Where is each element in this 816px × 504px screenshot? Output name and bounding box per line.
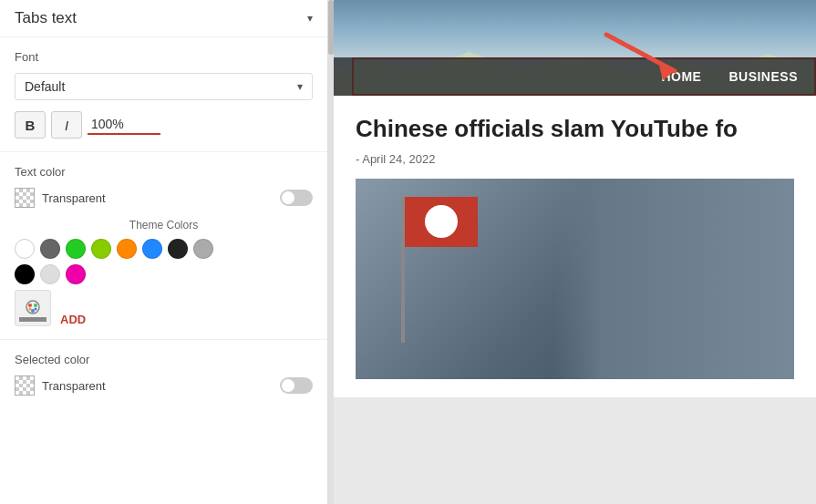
font-size-input[interactable] bbox=[88, 115, 160, 135]
add-button[interactable]: ADD bbox=[60, 313, 86, 326]
theme-colors-title: Theme Colors bbox=[15, 219, 313, 231]
scroll-strip[interactable] bbox=[328, 0, 334, 504]
swatch-white[interactable] bbox=[15, 239, 35, 259]
svg-point-5 bbox=[35, 308, 37, 311]
italic-button[interactable]: I bbox=[51, 111, 82, 139]
font-value: Default bbox=[25, 79, 65, 94]
bold-button[interactable]: B bbox=[15, 111, 46, 139]
svg-point-4 bbox=[29, 308, 32, 311]
flag bbox=[405, 197, 478, 247]
transparent-row: Transparent bbox=[15, 188, 313, 208]
swatch-magenta[interactable] bbox=[66, 264, 86, 284]
svg-point-2 bbox=[34, 303, 37, 307]
hk-emblem bbox=[425, 205, 458, 238]
swatch-silver[interactable] bbox=[40, 264, 60, 284]
transparent-label-wrap: Transparent bbox=[15, 188, 106, 208]
selected-transparent-toggle[interactable] bbox=[280, 377, 313, 394]
font-section: Font Default ▾ B I bbox=[0, 37, 327, 152]
tabs-dropdown-arrow: ▾ bbox=[307, 12, 313, 25]
selected-transparent-text: Transparent bbox=[42, 379, 106, 393]
selected-color-section: Selected color Transparent bbox=[0, 340, 327, 419]
swatch-black[interactable] bbox=[168, 239, 188, 259]
tabs-text-row[interactable]: Tabs text ▾ bbox=[0, 0, 327, 37]
transparent-toggle[interactable] bbox=[280, 190, 313, 206]
svg-point-3 bbox=[31, 309, 35, 313]
swatch-blue[interactable] bbox=[142, 239, 162, 259]
text-color-section: Text color Transparent Theme Colors bbox=[0, 152, 327, 340]
nav-bar: HOME BUSINESS bbox=[334, 57, 816, 96]
swatches-row2 bbox=[15, 264, 313, 284]
article-date: - April 24, 2022 bbox=[356, 152, 794, 166]
selected-transparent-label-wrap: Transparent bbox=[15, 375, 106, 396]
font-dropdown-arrow: ▾ bbox=[297, 80, 303, 93]
swatch-lime[interactable] bbox=[91, 239, 111, 259]
content-area: Chinese officials slam YouTube fo - Apri… bbox=[334, 96, 816, 397]
nav-item-business[interactable]: BUSINESS bbox=[728, 69, 798, 84]
selected-transparent-row: Transparent bbox=[15, 375, 313, 396]
font-section-title: Font bbox=[15, 50, 313, 64]
color-palette-area: ADD bbox=[15, 290, 313, 326]
svg-point-1 bbox=[28, 303, 32, 307]
swatch-light-gray[interactable] bbox=[193, 239, 213, 259]
selected-transparent-swatch bbox=[15, 375, 35, 396]
swatch-black2[interactable] bbox=[15, 264, 35, 284]
scroll-thumb bbox=[328, 0, 334, 55]
swatch-dark-gray[interactable] bbox=[40, 239, 60, 259]
arrow-icon bbox=[597, 26, 707, 80]
nav-background: HOME BUSINESS bbox=[334, 0, 816, 96]
tabs-text-label: Tabs text bbox=[15, 9, 77, 27]
article-image bbox=[356, 179, 794, 379]
swatch-green[interactable] bbox=[66, 239, 86, 259]
left-panel: Tabs text ▾ Font Default ▾ B I Text colo… bbox=[0, 0, 328, 504]
swatches-row1 bbox=[15, 239, 313, 259]
red-arrow bbox=[597, 26, 707, 84]
font-select[interactable]: Default ▾ bbox=[15, 73, 313, 100]
selected-color-title: Selected color bbox=[15, 353, 313, 366]
palette-icon bbox=[23, 299, 43, 317]
add-button-wrap: ADD bbox=[60, 309, 86, 326]
svg-line-6 bbox=[606, 35, 675, 71]
transparent-swatch bbox=[15, 188, 35, 208]
format-row: B I bbox=[15, 111, 313, 139]
person-silhouette bbox=[553, 179, 794, 379]
article-title: Chinese officials slam YouTube fo bbox=[356, 114, 794, 145]
palette-icon-button[interactable] bbox=[15, 290, 51, 326]
transparent-text: Transparent bbox=[42, 191, 106, 205]
right-panel: HOME BUSINESS Chinese officials slam You… bbox=[334, 0, 816, 504]
text-color-title: Text color bbox=[15, 165, 313, 179]
swatch-orange[interactable] bbox=[117, 239, 137, 259]
